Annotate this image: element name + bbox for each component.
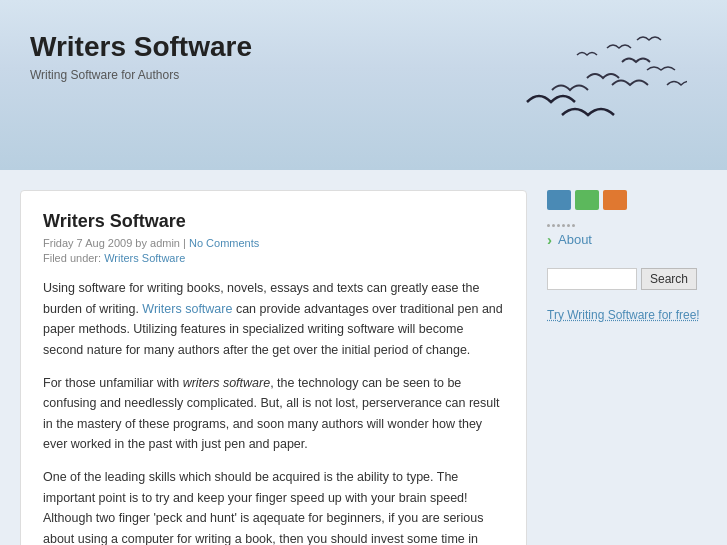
filed-label: Filed under: [43, 252, 101, 264]
post-meta: Friday 7 Aug 2009 by admin | No Comments [43, 237, 504, 249]
promo-link[interactable]: Try Writing Software for free! [547, 308, 700, 322]
sidebar-nav: About [547, 227, 707, 252]
content-area: Writers Software Friday 7 Aug 2009 by ad… [20, 190, 527, 545]
dot-6 [572, 224, 575, 227]
paragraph-1: Using software for writing books, novels… [43, 278, 504, 361]
sidebar-search: Search [547, 268, 707, 290]
dot-1 [547, 224, 550, 227]
main-wrapper: Writers Software Friday 7 Aug 2009 by ad… [0, 170, 727, 545]
sidebar: About Search Try Writing Software for fr… [547, 190, 707, 545]
post-title: Writers Software [43, 211, 504, 232]
search-input[interactable] [547, 268, 637, 290]
dot-2 [552, 224, 555, 227]
post-comments-link[interactable]: No Comments [189, 237, 259, 249]
paragraph-3: One of the leading skills which should b… [43, 467, 504, 545]
dot-5 [567, 224, 570, 227]
about-label: About [558, 232, 592, 247]
paragraph-2: For those unfamiliar with writers softwa… [43, 373, 504, 456]
post-category-link[interactable]: Writers Software [104, 252, 185, 264]
social-buttons [547, 190, 707, 210]
sidebar-promo: Try Writing Software for free! [547, 306, 707, 324]
site-header: Writers Software Writing Software for Au… [0, 0, 727, 170]
social-facebook-button[interactable] [547, 190, 571, 210]
dot-4 [562, 224, 565, 227]
social-twitter-button[interactable] [575, 190, 599, 210]
search-button[interactable]: Search [641, 268, 697, 290]
post-body: Using software for writing books, novels… [43, 278, 504, 545]
birds-svg [367, 30, 687, 150]
birds-decoration [367, 30, 687, 150]
social-rss-button[interactable] [603, 190, 627, 210]
writers-software-link[interactable]: Writers software [142, 302, 232, 316]
dot-3 [557, 224, 560, 227]
post-filed: Filed under: Writers Software [43, 252, 504, 264]
sidebar-item-about[interactable]: About [547, 227, 707, 252]
search-row: Search [547, 268, 707, 290]
post-date-author: Friday 7 Aug 2009 by admin | [43, 237, 186, 249]
